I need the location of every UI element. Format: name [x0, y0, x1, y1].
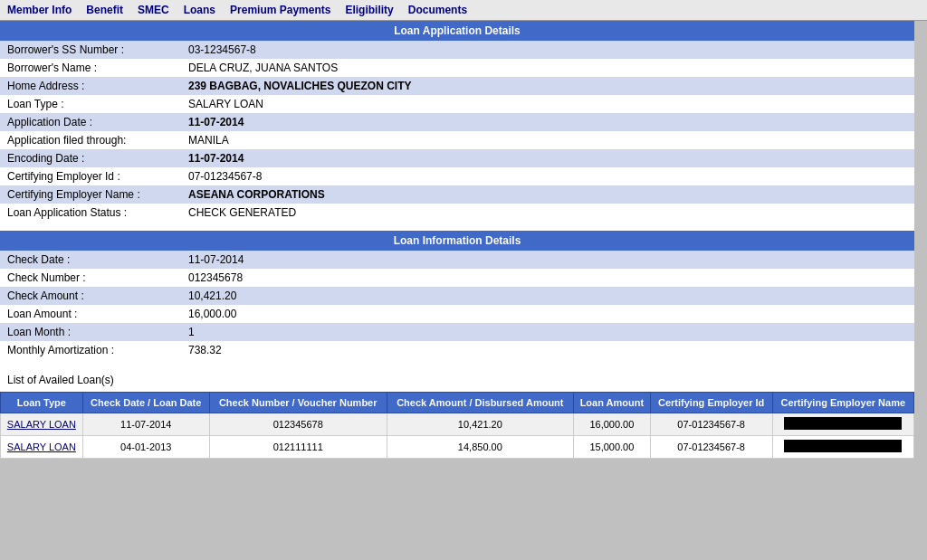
loan-app-label-0: Borrower's SS Number :: [0, 41, 181, 59]
loans-cell-1-5: 07-01234567-8: [650, 436, 772, 459]
loan-app-label-2: Home Address :: [0, 77, 181, 95]
top-navigation: Member Info Benefit SMEC Loans Premium P…: [0, 0, 927, 21]
loans-row-1: SALARY LOAN04-01-201301211111114,850.001…: [1, 436, 914, 459]
loan-application-header: Loan Application Details: [0, 21, 914, 41]
loan-information-table: Check Date :11-07-2014Check Number :0123…: [0, 251, 914, 359]
availed-loans-title: List of Availed Loan(s): [0, 368, 914, 392]
loan-info-label-3: Loan Amount :: [0, 305, 181, 323]
loan-info-value-5: 738.32: [181, 341, 914, 359]
loan-app-value-7: 07-01234567-8: [181, 167, 914, 185]
loan-type-link-1[interactable]: SALARY LOAN: [7, 441, 76, 452]
loan-app-label-8: Certifying Employer Name :: [0, 185, 181, 204]
loan-app-value-8: ASEANA CORPORATIONS: [181, 185, 914, 204]
loan-type-link-0[interactable]: SALARY LOAN: [7, 419, 76, 430]
loans-col-header-3: Check Amount / Disbursed Amount: [387, 393, 573, 413]
loan-app-value-1: DELA CRUZ, JUANA SANTOS: [181, 59, 914, 77]
loan-app-value-4: 11-07-2014: [181, 113, 914, 131]
loans-cell-1-0[interactable]: SALARY LOAN: [1, 436, 83, 459]
loan-app-label-7: Certifying Employer Id :: [0, 167, 181, 185]
loan-app-label-9: Loan Application Status :: [0, 204, 181, 222]
loans-cell-0-1: 11-07-2014: [82, 413, 209, 436]
loan-app-value-5: MANILA: [181, 131, 914, 149]
loan-app-value-2: 239 BAGBAG, NOVALICHES QUEZON CITY: [181, 77, 914, 95]
loan-info-value-0: 11-07-2014: [181, 251, 914, 269]
main-content: Loan Application Details Borrower's SS N…: [0, 21, 914, 459]
loan-info-value-4: 1: [181, 323, 914, 341]
loan-info-label-0: Check Date :: [0, 251, 181, 269]
loan-info-label-5: Monthly Amortization :: [0, 341, 181, 359]
loans-col-header-6: Certifying Employer Name: [772, 393, 913, 413]
loan-information-header: Loan Information Details: [0, 231, 914, 251]
loans-cell-0-4: 16,000.00: [573, 413, 650, 436]
loan-app-label-1: Borrower's Name :: [0, 59, 181, 77]
employer-name-bar-0: [784, 417, 902, 430]
loan-app-value-3: SALARY LOAN: [181, 95, 914, 113]
nav-benefit[interactable]: Benefit: [86, 4, 123, 16]
loan-app-label-4: Application Date :: [0, 113, 181, 131]
loans-col-header-2: Check Number / Voucher Number: [209, 393, 387, 413]
loan-info-value-2: 10,421.20: [181, 287, 914, 305]
loans-cell-0-2: 012345678: [209, 413, 387, 436]
loans-row-0: SALARY LOAN11-07-201401234567810,421.201…: [1, 413, 914, 436]
loans-cell-1-2: 012111111: [209, 436, 387, 459]
loan-app-label-3: Loan Type :: [0, 95, 181, 113]
loan-info-label-4: Loan Month :: [0, 323, 181, 341]
loans-cell-1-6: [772, 436, 913, 459]
loan-info-value-1: 012345678: [181, 269, 914, 287]
loans-cell-1-4: 15,000.00: [573, 436, 650, 459]
loan-info-label-1: Check Number :: [0, 269, 181, 287]
loan-app-label-6: Encoding Date :: [0, 149, 181, 167]
loan-application-table: Borrower's SS Number :03-1234567-8Borrow…: [0, 41, 914, 222]
loans-col-header-0: Loan Type: [1, 393, 83, 413]
loans-cell-0-6: [772, 413, 913, 436]
loan-info-label-2: Check Amount :: [0, 287, 181, 305]
loan-app-value-6: 11-07-2014: [181, 149, 914, 167]
availed-loans-table: Loan TypeCheck Date / Loan DateCheck Num…: [0, 392, 914, 459]
loans-cell-1-1: 04-01-2013: [82, 436, 209, 459]
nav-premium-payments[interactable]: Premium Payments: [230, 4, 330, 16]
employer-name-bar-1: [784, 440, 902, 452]
loan-app-label-5: Application filed through:: [0, 131, 181, 149]
loans-col-header-5: Certifying Employer Id: [650, 393, 772, 413]
loans-cell-0-0[interactable]: SALARY LOAN: [1, 413, 83, 436]
loan-app-value-9: CHECK GENERATED: [181, 204, 914, 222]
loans-col-header-1: Check Date / Loan Date: [82, 393, 209, 413]
loans-cell-1-3: 14,850.00: [387, 436, 573, 459]
loans-col-header-4: Loan Amount: [573, 393, 650, 413]
loan-app-value-0: 03-1234567-8: [181, 41, 914, 59]
nav-documents[interactable]: Documents: [408, 4, 467, 16]
nav-eligibility[interactable]: Eligibility: [345, 4, 393, 16]
loans-cell-0-3: 10,421.20: [387, 413, 573, 436]
nav-member-info[interactable]: Member Info: [7, 4, 72, 16]
loan-info-value-3: 16,000.00: [181, 305, 914, 323]
nav-smec[interactable]: SMEC: [138, 4, 169, 16]
loans-cell-0-5: 07-01234567-8: [650, 413, 772, 436]
nav-loans[interactable]: Loans: [184, 4, 215, 16]
